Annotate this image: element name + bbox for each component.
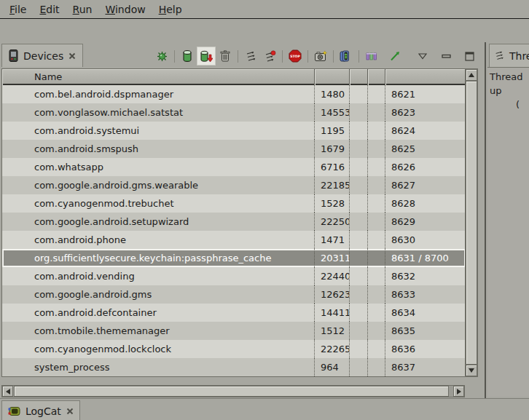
client-name: com.android.smspush xyxy=(2,140,315,158)
gc-trash-button[interactable] xyxy=(216,47,235,66)
menu-help[interactable]: Help xyxy=(152,2,189,17)
menubar: File Edit Run Window Help xyxy=(0,0,529,19)
table-header: Name xyxy=(2,69,466,85)
client-name: com.android.systemui xyxy=(2,122,315,140)
client-row[interactable]: com.tmobile.thememanager 1512 8635 xyxy=(2,322,466,340)
column-header-3[interactable] xyxy=(350,69,368,85)
arrow-down-icon xyxy=(469,368,474,373)
client-row[interactable]: com.bel.android.dspmanager 1480 8621 xyxy=(2,85,466,103)
menu-edit[interactable]: Edit xyxy=(33,2,66,17)
view-hierarchy-button[interactable] xyxy=(337,47,356,66)
client-row[interactable]: com.google.android.setupwizard 22250 862… xyxy=(2,213,466,231)
horizontal-scrollbar-thumb[interactable] xyxy=(14,386,449,397)
client-col3 xyxy=(350,322,368,340)
horizontal-scrollbar[interactable] xyxy=(1,385,465,397)
svg-text:STOP: STOP xyxy=(290,55,300,58)
view-menu-button[interactable] xyxy=(413,47,432,66)
client-row[interactable]: com.vonglasow.michael.satstat 14553 8623 xyxy=(2,103,466,122)
tab-threads-label: Threads xyxy=(509,50,529,62)
minimize-button[interactable] xyxy=(436,47,455,66)
scroll-up-button[interactable] xyxy=(466,69,477,81)
column-header-port[interactable] xyxy=(385,69,466,85)
toolbar-separator xyxy=(307,50,308,63)
method-profiling-button[interactable] xyxy=(260,47,279,66)
client-row[interactable]: com.cyanogenmod.trebuchet 1528 8628 xyxy=(2,194,466,213)
client-pid: 22250 xyxy=(315,213,350,231)
vertical-scrollbar-thumb[interactable] xyxy=(466,81,477,365)
scroll-down-button[interactable] xyxy=(466,365,477,376)
update-heap-button[interactable] xyxy=(178,47,197,66)
scroll-left-button[interactable] xyxy=(2,386,13,397)
client-port: 8621 xyxy=(385,85,466,103)
client-row[interactable]: com.android.vending 22440 8632 xyxy=(2,267,466,285)
threads-icon xyxy=(494,50,505,61)
client-row[interactable]: com.cyanogenmod.lockclock 22265 8636 xyxy=(2,340,466,358)
client-col4 xyxy=(368,267,385,285)
client-col3 xyxy=(350,213,368,231)
menu-file[interactable]: File xyxy=(3,2,33,17)
phone-icon xyxy=(9,49,18,62)
update-threads-button[interactable] xyxy=(241,47,260,66)
client-port: 8630 xyxy=(385,231,466,249)
menu-window[interactable]: Window xyxy=(98,2,152,17)
client-row[interactable]: system_process 964 8637 xyxy=(2,358,466,376)
client-col4 xyxy=(368,358,385,376)
devices-panel: Devices xyxy=(0,42,483,398)
tab-logcat[interactable]: LogCat xyxy=(1,400,80,420)
client-row[interactable]: com.google.android.gms.wearable 22185 86… xyxy=(2,176,466,194)
method-profiling-icon xyxy=(264,50,276,63)
client-pid: 20311 xyxy=(315,249,350,267)
client-name: com.bel.android.dspmanager xyxy=(2,85,315,103)
gc-trash-icon xyxy=(220,50,230,62)
opengl-trace-button[interactable] xyxy=(385,47,404,66)
client-pid: 1195 xyxy=(315,122,350,140)
close-icon[interactable] xyxy=(66,408,74,415)
client-name: com.cyanogenmod.trebuchet xyxy=(2,194,315,213)
client-pid: 1471 xyxy=(315,231,350,249)
client-row[interactable]: com.android.phone 1471 8630 xyxy=(2,231,466,249)
systrace-button[interactable] xyxy=(362,47,381,66)
client-port: 8627 xyxy=(385,176,466,194)
threads-message: Thread up ( xyxy=(487,67,529,397)
column-header-name[interactable]: Name xyxy=(2,69,315,85)
maximize-button[interactable] xyxy=(460,47,479,66)
maximize-icon xyxy=(465,52,474,61)
client-row[interactable]: com.whatsapp 6716 8626 xyxy=(2,158,466,176)
vertical-scrollbar[interactable] xyxy=(465,69,477,376)
client-col3 xyxy=(350,176,368,194)
toolbar-separator xyxy=(358,50,359,63)
menu-run[interactable]: Run xyxy=(66,2,99,17)
screen-capture-button[interactable] xyxy=(311,47,330,66)
client-pid: 22440 xyxy=(315,267,350,285)
client-col4 xyxy=(368,213,385,231)
column-header-pid[interactable] xyxy=(315,69,350,85)
client-col3 xyxy=(350,158,368,176)
toolbar-separator xyxy=(174,50,175,63)
empty-toolbar-strip xyxy=(0,20,529,42)
client-row[interactable]: com.android.defcontainer 14411 8634 xyxy=(2,304,466,322)
arrow-left-icon xyxy=(6,389,10,395)
update-heap-icon xyxy=(183,50,192,62)
client-row[interactable]: com.android.systemui 1195 8624 xyxy=(2,122,466,140)
toolbar-separator xyxy=(238,50,238,63)
client-col3 xyxy=(350,140,368,158)
dump-hprof-button[interactable] xyxy=(197,47,216,66)
client-row[interactable]: com.android.smspush 1679 8625 xyxy=(2,140,466,158)
tab-devices[interactable]: Devices xyxy=(1,44,83,67)
close-icon[interactable] xyxy=(68,52,76,60)
column-header-4[interactable] xyxy=(368,69,385,85)
client-col4 xyxy=(368,103,385,122)
scroll-right-button[interactable] xyxy=(453,386,464,397)
client-port: 8634 xyxy=(385,304,466,322)
client-col3 xyxy=(350,304,368,322)
threads-panel: Threads Thread up ( xyxy=(485,42,529,398)
stop-process-button[interactable]: STOP xyxy=(286,47,305,66)
client-port: 8631 / 8700 xyxy=(385,249,466,267)
devices-toolbar: STOP xyxy=(152,47,479,66)
debug-process-button[interactable] xyxy=(152,47,171,66)
arrow-up-icon xyxy=(469,73,474,77)
client-row[interactable]: com.google.android.gms 12623 8633 xyxy=(2,285,466,304)
tab-threads[interactable]: Threads xyxy=(489,44,529,67)
client-row[interactable]: org.sufficientlysecure.keychain:passphra… xyxy=(2,249,466,267)
client-col4 xyxy=(368,304,385,322)
